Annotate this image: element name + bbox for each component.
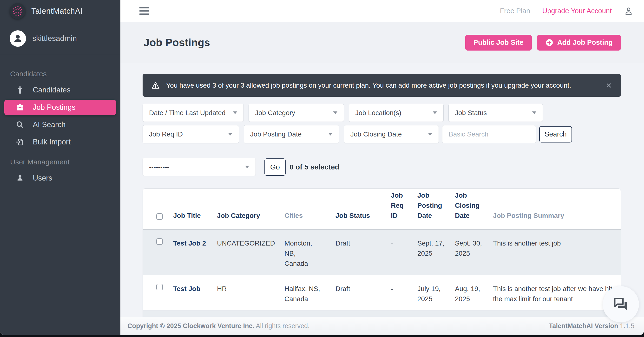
quota-alert-banner: You have used 3 of your 3 allowed job po… — [142, 74, 621, 97]
cell-cities: Moncton, NB, Canada — [284, 240, 312, 267]
plan-badge: Free Plan — [500, 7, 530, 15]
chevron-down-icon — [433, 111, 437, 114]
column-header-job-req-id[interactable]: Job Req ID — [391, 192, 404, 219]
page-header: Job Postings Public Job Site Add Job Pos… — [120, 22, 644, 63]
cell-closing_date: Sept. 30, 2025 — [455, 240, 482, 257]
column-header-cities[interactable]: Cities — [284, 212, 303, 219]
cell-summary: This is another test job after we have h… — [493, 285, 612, 303]
filter-date-time-last-updated[interactable]: Date / Time Last Updated — [142, 104, 244, 122]
sidebar: TalentMatchAI skittlesadmin CandidatesCa… — [0, 0, 120, 335]
cell-req_id: - — [391, 285, 393, 293]
person-icon — [16, 85, 24, 95]
menu-toggle-icon[interactable] — [139, 7, 149, 15]
sidebar-item-label: Candidates — [33, 86, 70, 94]
sidebar-section-user-management: User Management — [0, 152, 120, 168]
sidebar-header: TalentMatchAI — [0, 0, 120, 22]
cell-title[interactable]: Test Job — [173, 285, 200, 293]
sidebar-item-users[interactable]: Users — [4, 170, 116, 186]
chevron-down-icon — [428, 133, 432, 135]
job-postings-table: Job TitleJob CategoryCitiesJob StatusJob… — [142, 188, 621, 335]
bulk-action-row: --------- Go 0 of 5 selected — [142, 158, 621, 176]
public-job-site-button[interactable]: Public Job Site — [465, 35, 532, 50]
cell-summary: This is another test job — [493, 240, 561, 247]
table-row: Test Job 2UNCATEGORIZEDMoncton, NB, Cana… — [143, 230, 621, 275]
select-all-checkbox[interactable] — [156, 213, 163, 220]
briefcase-icon — [16, 103, 24, 112]
upgrade-account-link[interactable]: Upgrade Your Account — [542, 7, 612, 15]
close-icon[interactable] — [606, 82, 612, 89]
cell-cities: Halifax, NS, Canada — [284, 285, 320, 303]
table-header-row: Job TitleJob CategoryCitiesJob StatusJob… — [143, 189, 621, 230]
alert-message: You have used 3 of your 3 allowed job po… — [166, 82, 571, 89]
filter-label: Job Category — [255, 109, 295, 117]
filter-job-category[interactable]: Job Category — [248, 104, 344, 122]
chevron-down-icon — [233, 111, 237, 114]
plus-circle-icon — [545, 38, 554, 47]
username: skittlesadmin — [32, 34, 77, 43]
brand-logo-icon — [10, 3, 26, 19]
cell-posting_date: Sept. 17, 2025 — [417, 240, 444, 257]
column-header-job-status[interactable]: Job Status — [336, 212, 370, 219]
avatar-icon — [10, 30, 26, 47]
sidebar-item-candidates[interactable]: Candidates — [4, 82, 116, 98]
sidebar-item-label: Users — [33, 174, 52, 182]
column-header-job-posting-date[interactable]: Job Posting Date — [417, 192, 442, 219]
selection-count: 0 of 5 selected — [290, 163, 339, 171]
row-checkbox[interactable] — [156, 284, 163, 290]
filter-label: Date / Time Last Updated — [149, 109, 226, 117]
spacer — [339, 125, 344, 143]
bulk-action-select[interactable]: --------- — [142, 158, 256, 176]
column-header-job-closing-date[interactable]: Job Closing Date — [455, 192, 480, 219]
sidebar-item-ai-search[interactable]: AI Search — [4, 117, 116, 132]
column-header-job-posting-summary[interactable]: Job Posting Summary — [493, 212, 564, 219]
import-icon — [16, 137, 24, 147]
cell-status: Draft — [336, 240, 350, 247]
chevron-down-icon — [333, 111, 338, 114]
row-checkbox[interactable] — [156, 238, 163, 245]
column-header-job-title[interactable]: Job Title — [173, 212, 201, 219]
filter-job-req-id[interactable]: Job Req ID — [142, 125, 239, 143]
filter-label: Job Closing Date — [350, 130, 402, 138]
chevron-down-icon — [328, 133, 332, 135]
user-icon — [16, 174, 24, 183]
chevron-down-icon — [532, 111, 536, 114]
footer: Copyright © 2025 Clockwork Venture Inc. … — [120, 317, 644, 335]
go-button[interactable]: Go — [264, 158, 286, 176]
table-row: Test JobHRHalifax, NS, CanadaDraft-July … — [143, 275, 621, 311]
filter-job-location-s[interactable]: Job Location(s) — [349, 104, 444, 122]
chevron-down-icon — [228, 133, 232, 135]
chat-bubbles-icon — [613, 296, 629, 312]
page-title: Job Postings — [144, 36, 210, 49]
sidebar-item-job-postings[interactable]: Job Postings — [4, 100, 116, 115]
search-button[interactable]: Search — [539, 126, 572, 142]
sidebar-nav: CandidatesCandidatesJob PostingsAI Searc… — [0, 55, 120, 186]
spacer — [244, 104, 248, 122]
spacer — [439, 125, 442, 143]
content: You have used 3 of your 3 allowed job po… — [120, 63, 644, 335]
warning-icon — [151, 81, 160, 90]
search-icon — [16, 120, 24, 129]
add-job-posting-button[interactable]: Add Job Posting — [537, 35, 621, 50]
cell-status: Draft — [336, 285, 350, 293]
cell-posting_date: July 19, 2025 — [417, 285, 441, 303]
filter-job-closing-date[interactable]: Job Closing Date — [344, 125, 439, 143]
spacer — [444, 104, 448, 122]
sidebar-user[interactable]: skittlesadmin — [0, 22, 120, 55]
chat-widget-button[interactable] — [603, 286, 639, 322]
sidebar-item-bulk-import[interactable]: Bulk Import — [4, 134, 116, 150]
column-header-job-category[interactable]: Job Category — [217, 212, 260, 219]
filter-job-status[interactable]: Job Status — [448, 104, 543, 122]
cell-title[interactable]: Test Job 2 — [173, 240, 206, 247]
version-text: TalentMatchAI Version 1.1.5 — [549, 322, 634, 330]
cell-req_id: - — [391, 240, 393, 247]
cell-category: HR — [217, 285, 227, 293]
filter-row-1: Date / Time Last UpdatedJob CategoryJob … — [142, 104, 621, 122]
filter-label: Job Posting Date — [250, 130, 302, 138]
basic-search-input[interactable] — [442, 125, 536, 143]
filter-row-2: Job Req IDJob Posting DateJob Closing Da… — [142, 125, 621, 143]
sidebar-item-label: Bulk Import — [33, 138, 70, 146]
spacer — [344, 104, 349, 122]
filter-job-posting-date[interactable]: Job Posting Date — [244, 125, 339, 143]
user-profile-icon[interactable] — [624, 6, 634, 16]
sidebar-section-candidates: Candidates — [0, 63, 120, 80]
